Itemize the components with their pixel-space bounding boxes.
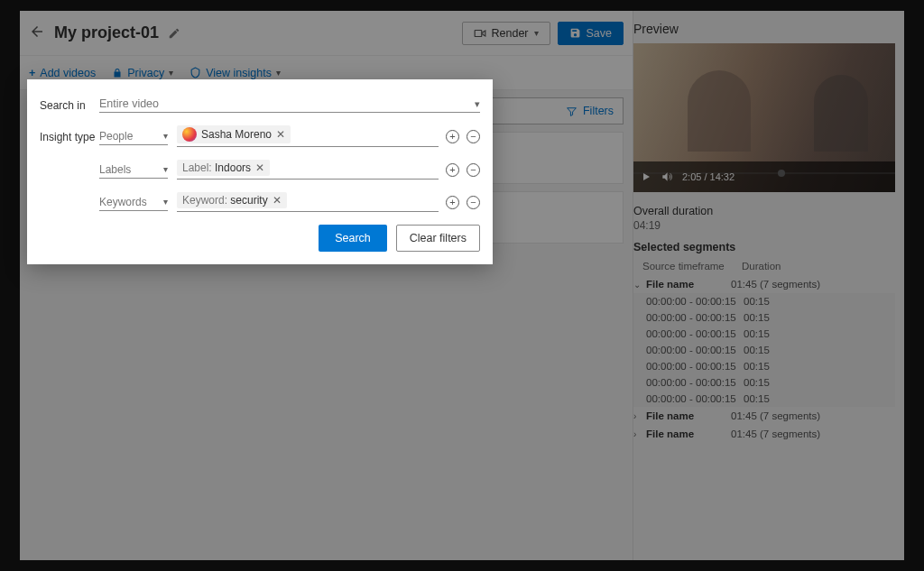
- remove-chip-icon[interactable]: ✕: [255, 161, 264, 174]
- chevron-down-icon: ▾: [475, 98, 480, 110]
- chip-value: Label: Indoors: [182, 161, 251, 174]
- insight-type-value: Labels: [99, 163, 131, 176]
- insight-type-select[interactable]: Keywords▾: [99, 194, 168, 211]
- add-row-icon[interactable]: +: [446, 130, 459, 143]
- filter-chip-input[interactable]: Label: Indoors✕: [177, 160, 439, 180]
- insight-type-value: People: [99, 130, 133, 143]
- insight-type-value: Keywords: [99, 196, 147, 208]
- chevron-down-icon: ▾: [163, 197, 168, 207]
- clear-filters-button[interactable]: Clear filters: [396, 225, 480, 252]
- search-button[interactable]: Search: [319, 225, 387, 252]
- remove-chip-icon[interactable]: ✕: [273, 194, 282, 207]
- chevron-down-icon: ▾: [163, 131, 168, 141]
- remove-row-icon[interactable]: −: [467, 163, 480, 177]
- filter-chip: Label: Indoors✕: [177, 160, 270, 176]
- chip-value: Sasha Moreno: [201, 128, 272, 141]
- search-in-value: Entire video: [99, 97, 159, 110]
- filter-chip: Sasha Moreno✕: [177, 125, 291, 143]
- add-row-icon[interactable]: +: [446, 163, 459, 177]
- insight-type-select[interactable]: People▾: [99, 128, 168, 145]
- insight-type-select[interactable]: Labels▾: [99, 161, 168, 179]
- insight-type-label: Insight type: [40, 129, 99, 143]
- filter-chip-input[interactable]: Sasha Moreno✕: [177, 125, 439, 147]
- person-avatar: [182, 127, 197, 142]
- search-in-select[interactable]: Entire video ▾: [99, 96, 480, 113]
- filter-chip: Keyword: security✕: [177, 192, 287, 208]
- chip-value: Keyword: security: [182, 194, 268, 207]
- search-in-label: Search in: [40, 97, 99, 112]
- chevron-down-icon: ▾: [163, 164, 168, 174]
- search-filters-modal: Search in Entire video ▾ Insight typePeo…: [27, 79, 493, 264]
- remove-row-icon[interactable]: −: [467, 196, 480, 209]
- remove-chip-icon[interactable]: ✕: [276, 128, 285, 141]
- filter-chip-input[interactable]: Keyword: security✕: [177, 192, 439, 212]
- remove-row-icon[interactable]: −: [467, 130, 480, 143]
- add-row-icon[interactable]: +: [446, 196, 459, 209]
